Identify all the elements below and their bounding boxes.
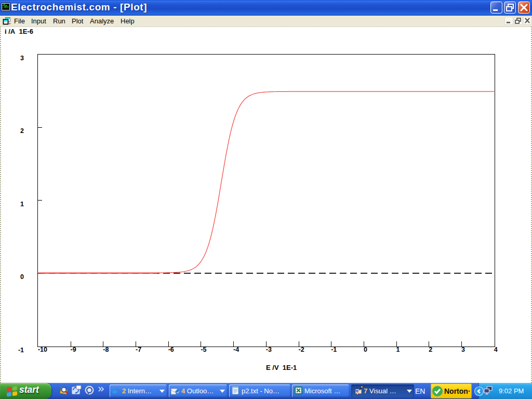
- svg-text:-4: -4: [233, 346, 239, 353]
- svg-text:1: 1: [20, 201, 24, 208]
- svg-text:E /V 1E-1: E /V 1E-1: [266, 364, 297, 371]
- svg-text:3: 3: [20, 55, 24, 62]
- svg-text:2: 2: [429, 346, 432, 353]
- svg-text:-6: -6: [168, 346, 174, 353]
- svg-text:-8: -8: [103, 346, 109, 353]
- svg-text:-5: -5: [201, 346, 206, 353]
- svg-text:-3: -3: [266, 346, 272, 353]
- svg-text:0: 0: [364, 346, 367, 353]
- svg-text:1: 1: [396, 346, 400, 353]
- svg-text:2: 2: [20, 127, 24, 135]
- svg-text:4: 4: [494, 346, 498, 353]
- svg-text:3: 3: [461, 346, 465, 353]
- svg-text:0: 0: [20, 273, 24, 281]
- svg-text:-7: -7: [136, 346, 141, 353]
- svg-text:-1: -1: [331, 346, 337, 353]
- svg-text:-10: -10: [38, 346, 47, 353]
- svg-text:i /A 1E-6: i /A 1E-6: [5, 28, 33, 35]
- svg-text:-2: -2: [299, 346, 304, 353]
- svg-text:-9: -9: [71, 346, 76, 353]
- svg-text:-1: -1: [18, 347, 24, 354]
